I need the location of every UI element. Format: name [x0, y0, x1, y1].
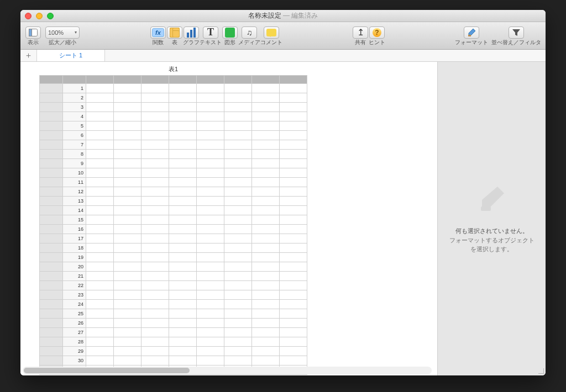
row-header[interactable]: [40, 187, 63, 197]
cell[interactable]: [169, 159, 197, 168]
cell[interactable]: [197, 290, 224, 300]
cell[interactable]: [252, 206, 280, 215]
row-label[interactable]: 23: [63, 290, 86, 300]
cell[interactable]: [169, 328, 197, 337]
cell[interactable]: [280, 225, 307, 234]
cell[interactable]: [280, 347, 307, 356]
cell[interactable]: [114, 356, 142, 365]
row-label[interactable]: 14: [63, 206, 86, 215]
horizontal-scrollbar[interactable]: [23, 367, 432, 374]
cell[interactable]: [142, 290, 169, 300]
column-header[interactable]: [86, 76, 114, 84]
chart-button[interactable]: [184, 27, 199, 39]
cell[interactable]: [280, 290, 307, 300]
cell[interactable]: [86, 206, 114, 215]
cell[interactable]: [197, 281, 224, 290]
cell[interactable]: [224, 112, 252, 121]
row-label[interactable]: 9: [63, 159, 86, 168]
cell[interactable]: [197, 159, 224, 168]
row-header[interactable]: [40, 215, 63, 225]
cell[interactable]: [197, 131, 224, 140]
cell[interactable]: [142, 187, 169, 197]
row-header[interactable]: [40, 272, 63, 281]
cell[interactable]: [86, 187, 114, 197]
cell[interactable]: [224, 281, 252, 290]
cell[interactable]: [114, 168, 142, 178]
cell[interactable]: [252, 243, 280, 253]
cell[interactable]: [142, 319, 169, 328]
cell[interactable]: [197, 187, 224, 197]
row-label[interactable]: 28: [63, 337, 86, 347]
row-label[interactable]: 25: [63, 309, 86, 319]
row-header[interactable]: [40, 328, 63, 337]
cell[interactable]: [169, 225, 197, 234]
cell[interactable]: [224, 234, 252, 243]
cell[interactable]: [114, 290, 142, 300]
cell[interactable]: [114, 150, 142, 159]
cell[interactable]: [114, 300, 142, 309]
cell[interactable]: [280, 168, 307, 178]
cell[interactable]: [114, 206, 142, 215]
cell[interactable]: [142, 234, 169, 243]
cell[interactable]: [280, 159, 307, 168]
row-label[interactable]: 4: [63, 112, 86, 121]
cell[interactable]: [224, 197, 252, 206]
cell[interactable]: [86, 309, 114, 319]
cell[interactable]: [86, 356, 114, 365]
cell[interactable]: [224, 225, 252, 234]
cell[interactable]: [142, 168, 169, 178]
cell[interactable]: [197, 225, 224, 234]
cell[interactable]: [169, 187, 197, 197]
cell[interactable]: [224, 84, 252, 93]
cell[interactable]: [224, 272, 252, 281]
cell[interactable]: [142, 84, 169, 93]
column-header[interactable]: [197, 76, 224, 84]
scrollbar-thumb[interactable]: [24, 368, 190, 373]
cell[interactable]: [280, 178, 307, 187]
cell[interactable]: [114, 93, 142, 103]
cell[interactable]: [86, 272, 114, 281]
cell[interactable]: [252, 281, 280, 290]
row-label[interactable]: 11: [63, 178, 86, 187]
row-label[interactable]: 5: [63, 121, 86, 131]
cell[interactable]: [86, 140, 114, 150]
format-button[interactable]: [464, 27, 479, 39]
row-header[interactable]: [40, 168, 63, 178]
row-label[interactable]: 1: [63, 84, 86, 93]
cell[interactable]: [114, 234, 142, 243]
cell[interactable]: [280, 300, 307, 309]
cell[interactable]: [252, 121, 280, 131]
row-header[interactable]: [40, 93, 63, 103]
view-button[interactable]: [25, 27, 41, 39]
cell[interactable]: [169, 168, 197, 178]
cell[interactable]: [114, 121, 142, 131]
cell[interactable]: [86, 93, 114, 103]
cell[interactable]: [280, 131, 307, 140]
cell[interactable]: [224, 168, 252, 178]
cell[interactable]: [280, 319, 307, 328]
cell[interactable]: [86, 215, 114, 225]
cell[interactable]: [142, 356, 169, 365]
cell[interactable]: [86, 290, 114, 300]
cell[interactable]: [86, 347, 114, 356]
cell[interactable]: [86, 262, 114, 272]
cell[interactable]: [142, 347, 169, 356]
cell[interactable]: [224, 140, 252, 150]
column-header[interactable]: [142, 76, 169, 84]
cell[interactable]: [197, 262, 224, 272]
cell[interactable]: [197, 93, 224, 103]
cell[interactable]: [224, 131, 252, 140]
row-label[interactable]: 24: [63, 300, 86, 309]
cell[interactable]: [114, 103, 142, 112]
cell[interactable]: [114, 337, 142, 347]
cell[interactable]: [142, 140, 169, 150]
cell[interactable]: [252, 347, 280, 356]
cell[interactable]: [252, 253, 280, 262]
cell[interactable]: [224, 328, 252, 337]
cell[interactable]: [169, 150, 197, 159]
cell[interactable]: [280, 187, 307, 197]
cell[interactable]: [169, 300, 197, 309]
cell[interactable]: [280, 328, 307, 337]
cell[interactable]: [86, 253, 114, 262]
row-label[interactable]: 17: [63, 234, 86, 243]
